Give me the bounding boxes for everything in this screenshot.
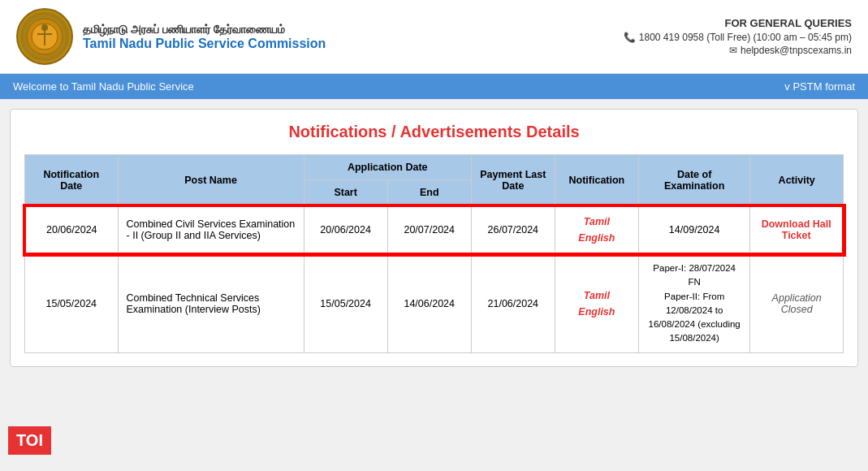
cell-notification-1: Tamil English — [555, 206, 638, 254]
table-header-row-1: Notification Date Post Name Application … — [25, 155, 844, 180]
contact-title: FOR GENERAL QUERIES — [624, 17, 852, 29]
th-payment-last-date: Payment Last Date — [471, 155, 555, 206]
th-post-name: Post Name — [118, 155, 304, 206]
th-activity: Activity — [750, 155, 844, 206]
svg-point-2 — [41, 24, 48, 31]
cell-app-start-2: 15/05/2024 — [304, 254, 387, 353]
contact-email: ✉ helpdesk@tnpscexams.in — [624, 45, 852, 56]
th-app-start: Start — [304, 180, 387, 206]
cell-post-name-2: Combined Technical Services Examination … — [118, 254, 304, 353]
nav-bar: Welcome to Tamil Nadu Public Service v P… — [0, 74, 868, 99]
cell-activity-2: Application Closed — [750, 254, 844, 353]
logo — [16, 8, 73, 65]
table-row: 20/06/2024 Combined Civil Services Exami… — [25, 206, 844, 254]
phone-icon: 📞 — [624, 32, 636, 43]
notification-english-2[interactable]: English — [564, 304, 630, 320]
notification-tamil-2[interactable]: Tamil — [564, 287, 630, 304]
toi-badge: TOI — [8, 426, 51, 455]
cell-app-start-1: 20/06/2024 — [304, 206, 387, 254]
cell-exam-date-2: Paper-I: 28/07/2024 FN Paper-II: From 12… — [638, 254, 749, 353]
contact-area: FOR GENERAL QUERIES 📞 1800 419 0958 (Tol… — [624, 17, 852, 56]
cell-notification-2: Tamil English — [555, 254, 638, 353]
application-closed-text: Application Closed — [772, 292, 822, 315]
cell-notification-date-1: 20/06/2024 — [25, 206, 119, 254]
cell-app-end-1: 20/07/2024 — [387, 206, 471, 254]
email-icon: ✉ — [729, 45, 737, 56]
th-application-date: Application Date — [304, 155, 471, 180]
logo-svg — [24, 16, 65, 57]
contact-phone: 📞 1800 419 0958 (Toll Free) (10:00 am – … — [624, 32, 852, 43]
notifications-table: Notification Date Post Name Application … — [24, 154, 844, 353]
th-notification: Notification — [555, 155, 638, 206]
cell-post-name-1: Combined Civil Services Examination - II… — [118, 206, 304, 254]
cell-payment-2: 21/06/2024 — [471, 254, 555, 353]
cell-activity-1: Download Hall Ticket — [750, 206, 844, 254]
org-name: Tamil Nadu Public Service Commission — [83, 37, 326, 51]
th-notification-date: Notification Date — [25, 155, 119, 206]
logo-inner — [20, 12, 69, 61]
tamil-text: தமிழ்நாடு அரசுப் பணியாளர் தேர்வாணையம் — [83, 23, 326, 37]
nav-left-text: Welcome to Tamil Nadu Public Service — [13, 80, 194, 93]
th-app-end: End — [387, 180, 471, 206]
email-address: helpdesk@tnpscexams.in — [741, 45, 852, 56]
cell-exam-date-1: 14/09/2024 — [638, 206, 749, 254]
notification-english-1[interactable]: English — [564, 230, 630, 246]
notification-tamil-1[interactable]: Tamil — [564, 214, 630, 230]
phone-number: 1800 419 0958 (Toll Free) (10:00 am – 05… — [639, 32, 852, 43]
download-hall-ticket-link[interactable]: Download Hall Ticket — [762, 218, 831, 241]
cell-notification-date-2: 15/05/2024 — [25, 254, 119, 353]
page-header: தமிழ்நாடு அரசுப் பணியாளர் தேர்வாணையம் Ta… — [0, 0, 868, 74]
th-date-of-examination: Date of Examination — [638, 155, 749, 206]
cell-payment-1: 26/07/2024 — [471, 206, 555, 254]
logo-area: தமிழ்நாடு அரசுப் பணியாளர் தேர்வாணையம் Ta… — [16, 8, 326, 65]
page-title: Notifications / Advertisements Details — [24, 123, 844, 141]
logo-text: தமிழ்நாடு அரசுப் பணியாளர் தேர்வாணையம் Ta… — [83, 23, 326, 51]
main-content: Notifications / Advertisements Details N… — [10, 109, 858, 367]
cell-app-end-2: 14/06/2024 — [387, 254, 471, 353]
table-row: 15/05/2024 Combined Technical Services E… — [25, 254, 844, 353]
nav-right-text: v PSTM format — [784, 80, 855, 93]
